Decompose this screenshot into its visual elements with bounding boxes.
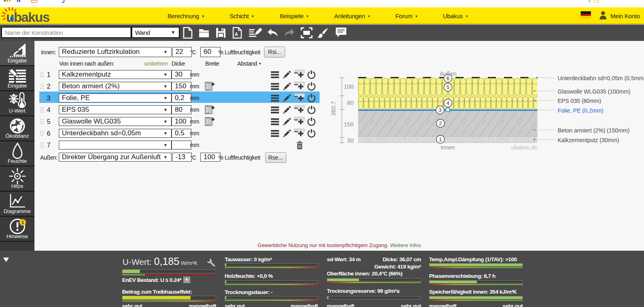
svg-text:3: 3 [438,107,442,113]
svg-text:5: 5 [447,84,450,90]
svg-text:2: 2 [439,120,442,126]
svg-text:150: 150 [344,121,354,128]
svg-text:100: 100 [344,83,354,90]
svg-text:80: 80 [347,100,354,106]
svg-text:1: 1 [439,136,442,143]
svg-text:4: 4 [447,100,450,106]
svg-text:30: 30 [347,137,354,144]
svg-text:360,7: 360,7 [330,101,337,116]
